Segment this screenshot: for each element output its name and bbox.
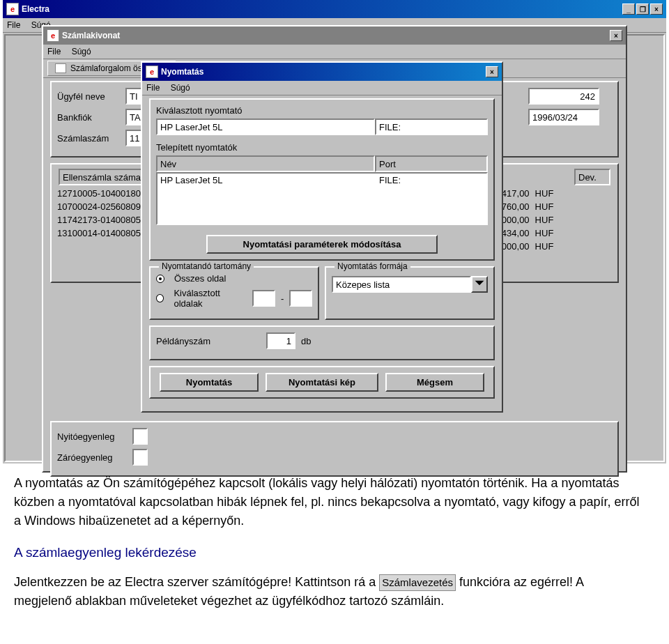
legend-form: Nyomtatás formája <box>334 261 410 271</box>
col-port: Port <box>375 155 488 172</box>
window-print: e Nyomtatás × File Súgó Kiválasztott nyo… <box>141 61 503 413</box>
menu-help[interactable]: Súgó <box>72 47 91 56</box>
titlebar-electra[interactable]: e Electra _ ❐ × <box>3 0 666 18</box>
title-text: Számlakivonat <box>62 31 120 40</box>
app-icon: e <box>6 3 19 15</box>
radio-icon[interactable] <box>156 275 164 283</box>
title-text: Electra <box>22 4 49 14</box>
field-selected-port: FILE: <box>375 118 488 135</box>
label-account: Számlaszám <box>57 133 120 144</box>
radio-selected-pages[interactable]: Kiválasztott oldalak - <box>156 288 312 309</box>
label-opening: Nyitóegyenleg <box>57 431 127 442</box>
preview-button[interactable]: Nyomtatási kép <box>266 373 378 392</box>
field-date: 1996/03/24 <box>528 109 599 125</box>
col-name: Név <box>156 155 375 172</box>
cancel-button[interactable]: Mégsem <box>385 373 484 392</box>
label-closing: Záróegyenleg <box>57 452 127 463</box>
panel-range: Nyomtatandó tartomány Összes oldal Kivál… <box>149 266 319 320</box>
titlebar-statement[interactable]: e Számlakivonat × <box>43 26 626 45</box>
paragraph: A nyomtatás az Ön számítógépéhez kapcsol… <box>14 474 641 530</box>
menu-file[interactable]: File <box>146 83 160 93</box>
label-bank: Bankfiók <box>57 112 120 123</box>
close-icon[interactable]: × <box>610 30 622 41</box>
minimize-icon[interactable]: _ <box>622 3 635 15</box>
print-button[interactable]: Nyomtatás <box>160 373 259 392</box>
field-closing <box>132 449 148 466</box>
field-opening <box>132 428 148 445</box>
app-icon: e <box>47 29 59 42</box>
dropdown-icon[interactable] <box>471 276 488 293</box>
label-copies: Példányszám <box>156 336 261 346</box>
field-selected-printer: HP LaserJet 5L <box>156 118 375 135</box>
menubar-print[interactable]: File Súgó <box>142 81 502 95</box>
page-to-input[interactable] <box>289 290 312 307</box>
title-text: Nyomtatás <box>161 67 203 77</box>
print-form-select[interactable]: Közepes lista <box>332 276 471 293</box>
paragraph: Jelentkezzen be az Electra szerver számí… <box>14 573 641 611</box>
panel-actions: Nyomtatás Nyomtatási kép Mégsem <box>149 366 495 399</box>
menubar-statement[interactable]: File Súgó <box>43 45 626 59</box>
panel-balances: Nyitóegyenleg Záróegyenleg <box>50 421 619 477</box>
printer-list[interactable]: HP LaserJet 5L FILE: <box>156 172 488 225</box>
app-icon: e <box>146 66 158 78</box>
page-from-input[interactable] <box>252 290 275 307</box>
legend-range: Nyomtatandó tartomány <box>159 261 254 271</box>
link-szamlavezetes[interactable]: Számlavezetés <box>379 574 456 592</box>
list-item-port: FILE: <box>376 174 486 224</box>
modify-params-button[interactable]: Nyomtatási paraméterek módosítása <box>206 235 438 254</box>
panel-printers: Kiválasztott nyomtató HP LaserJet 5L FIL… <box>149 98 495 261</box>
panel-form: Nyomtatás formája Közepes lista <box>325 266 495 320</box>
titlebar-print[interactable]: e Nyomtatás × <box>142 63 502 81</box>
field-seq: 242 <box>528 88 599 105</box>
article-text: A nyomtatás az Ön számítógépéhez kapcsol… <box>14 474 641 611</box>
close-icon[interactable]: × <box>486 66 498 77</box>
menu-file[interactable]: File <box>47 47 61 56</box>
list-item[interactable]: HP LaserJet 5L <box>157 174 376 224</box>
section-heading: A számlaegyenleg lekérdezése <box>14 543 641 563</box>
label-customer: Ügyfél neve <box>57 91 120 102</box>
tree-icon <box>55 63 66 73</box>
maximize-icon[interactable]: ❐ <box>636 3 649 15</box>
col-dev: Dev. <box>574 169 610 185</box>
close-icon[interactable]: × <box>650 3 663 15</box>
menu-file[interactable]: File <box>7 20 20 30</box>
copies-input[interactable]: 1 <box>266 332 295 349</box>
label-installed-printers: Telepített nyomtatók <box>156 142 488 153</box>
radio-icon[interactable] <box>156 294 164 302</box>
radio-all-pages[interactable]: Összes oldal <box>156 273 312 284</box>
panel-copies: Példányszám 1 db <box>149 325 495 360</box>
label-db: db <box>301 336 311 346</box>
menu-help[interactable]: Súgó <box>171 83 190 93</box>
label-selected-printer: Kiválasztott nyomtató <box>156 105 488 116</box>
